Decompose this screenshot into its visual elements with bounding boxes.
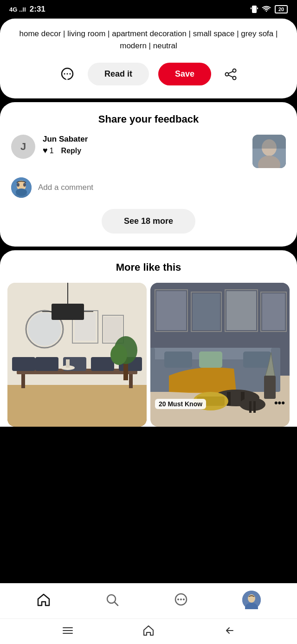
svg-point-8	[233, 76, 236, 79]
svg-rect-1	[251, 7, 252, 9]
svg-point-21	[16, 189, 27, 196]
svg-rect-0	[252, 6, 257, 13]
svg-rect-38	[35, 357, 58, 371]
feedback-title: Share your feedback	[11, 113, 286, 125]
svg-point-7	[233, 69, 236, 72]
svg-point-4	[64, 73, 65, 74]
feedback-card: Share your feedback J Jun Sabater ♥ 1 Re…	[0, 102, 297, 247]
svg-point-5	[66, 73, 68, 74]
like-number: 1	[50, 147, 54, 155]
status-left: 4G ..ll 2:31	[9, 5, 45, 14]
svg-rect-36	[129, 374, 133, 388]
svg-point-70	[239, 398, 265, 411]
svg-rect-40	[91, 357, 114, 371]
wifi-icon	[262, 6, 271, 13]
svg-rect-72	[253, 401, 256, 413]
svg-point-6	[69, 73, 71, 74]
carrier-text: 4G	[9, 6, 17, 13]
svg-point-9	[226, 72, 229, 76]
svg-line-74	[115, 602, 118, 605]
svg-rect-50	[156, 291, 186, 330]
see-more-button[interactable]: See 18 more	[102, 209, 195, 234]
svg-point-44	[110, 345, 127, 365]
system-back-button[interactable]	[220, 623, 239, 638]
action-buttons-row: Read it Save	[11, 63, 286, 85]
messages-nav-button[interactable]	[172, 591, 190, 609]
pin-more-options-button[interactable]: •••	[274, 397, 285, 409]
svg-rect-15	[252, 135, 286, 149]
read-it-button[interactable]: Read it	[88, 63, 149, 85]
main-content-card: home decor | living room | apartment dec…	[0, 19, 297, 98]
current-user-avatar	[11, 177, 32, 198]
svg-rect-61	[164, 351, 192, 368]
svg-rect-31	[52, 304, 84, 320]
commenter-avatar: J	[11, 135, 35, 159]
messages-icon	[174, 592, 188, 607]
pin-description: home decor | living room | apartment dec…	[11, 28, 286, 52]
nav-icons-row	[0, 589, 297, 611]
svg-rect-56	[262, 293, 285, 330]
heart-icon: ♥	[43, 146, 48, 156]
svg-rect-62	[243, 351, 271, 368]
home-outline-icon	[142, 624, 155, 637]
more-like-this-section: More like this	[0, 250, 297, 427]
battery-indicator: 20	[275, 5, 288, 13]
profile-nav-button[interactable]	[240, 589, 263, 611]
comment-item: J Jun Sabater ♥ 1 Reply	[11, 135, 286, 168]
comment-icon	[60, 67, 75, 82]
comment-meta: ♥ 1 Reply	[43, 146, 245, 156]
more-like-title: More like this	[7, 261, 290, 273]
comment-button[interactable]	[56, 63, 78, 85]
svg-rect-67	[264, 376, 276, 399]
system-menu-button[interactable]	[58, 624, 77, 637]
save-button[interactable]: Save	[158, 63, 211, 85]
svg-rect-2	[257, 7, 258, 9]
svg-point-77	[180, 598, 182, 600]
share-button[interactable]	[220, 64, 241, 85]
menu-icon	[62, 626, 73, 635]
pin-card-1[interactable]	[7, 283, 147, 427]
status-bar: 4G ..ll 2:31 20	[0, 0, 297, 19]
share-icon	[224, 68, 237, 81]
svg-line-10	[228, 71, 233, 73]
svg-rect-37	[12, 357, 35, 371]
svg-point-20	[23, 183, 26, 187]
profile-avatar-icon	[242, 591, 261, 609]
svg-rect-54	[226, 291, 256, 330]
svg-rect-35	[21, 374, 25, 388]
comment-thumbnail	[252, 135, 286, 168]
like-count: ♥ 1	[43, 146, 54, 156]
bottom-nav	[0, 583, 297, 644]
home-icon	[36, 592, 51, 607]
system-nav-row	[0, 618, 297, 640]
search-nav-button[interactable]	[103, 591, 122, 609]
time-display: 2:31	[30, 5, 45, 14]
search-icon	[105, 592, 120, 607]
comment-body: Jun Sabater ♥ 1 Reply	[43, 135, 245, 156]
pin2-label: 20 Must Know	[155, 399, 206, 409]
svg-line-11	[228, 75, 233, 77]
svg-rect-52	[193, 293, 220, 330]
pins-grid: 20 Must Know •••	[7, 283, 290, 427]
svg-point-19	[17, 183, 19, 187]
comment-input[interactable]	[38, 183, 286, 192]
svg-rect-46	[66, 359, 70, 368]
status-right: 20	[251, 5, 288, 14]
pin-card-2[interactable]: 20 Must Know •••	[150, 283, 290, 427]
signal-icon: ..ll	[19, 6, 26, 13]
svg-rect-63	[199, 351, 222, 368]
home-nav-button[interactable]	[34, 591, 53, 609]
svg-point-78	[183, 598, 185, 600]
vibrate-icon	[251, 5, 258, 14]
back-icon	[224, 625, 235, 636]
commenter-name: Jun Sabater	[43, 135, 245, 144]
svg-rect-22	[7, 385, 147, 427]
add-comment-row	[11, 177, 286, 198]
reply-button[interactable]: Reply	[61, 147, 82, 155]
svg-rect-59	[150, 348, 155, 392]
svg-rect-71	[249, 401, 252, 413]
system-home-button[interactable]	[139, 623, 158, 638]
svg-rect-29	[104, 317, 122, 342]
svg-point-76	[177, 598, 179, 600]
